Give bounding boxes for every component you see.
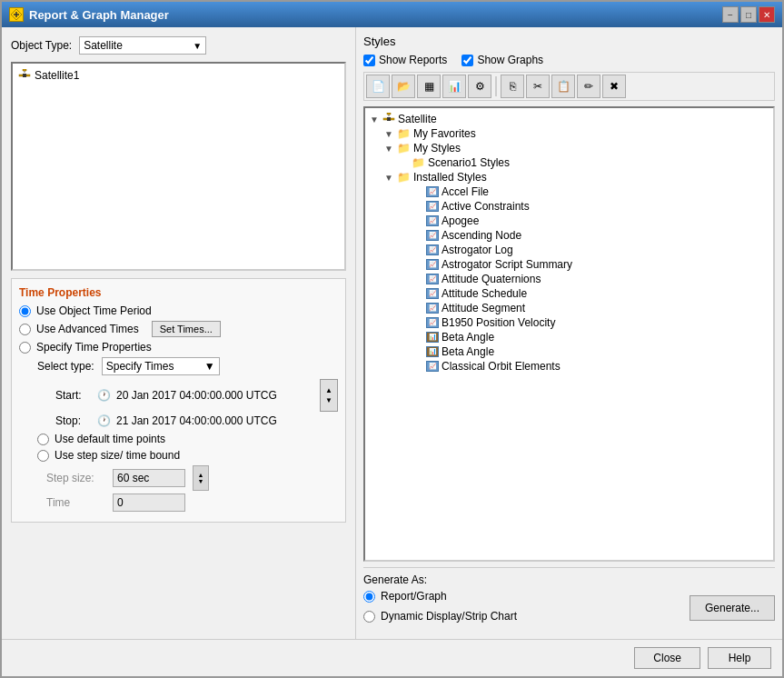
tree-item-attitude-segment[interactable]: 📈 Attitude Segment <box>369 301 769 315</box>
dynamic-display-row: Dynamic Display/Strip Chart <box>363 610 517 623</box>
use-default-time-radio[interactable] <box>37 434 49 445</box>
use-advanced-times-radio[interactable] <box>19 324 31 335</box>
root-expand-icon: ▼ <box>369 115 380 125</box>
show-reports-label: Show Reports <box>379 54 447 66</box>
maximize-button[interactable]: □ <box>740 6 757 23</box>
new-document-button[interactable]: 📄 <box>366 75 390 98</box>
show-options-row: Show Reports Show Graphs <box>363 54 775 66</box>
styles-tree[interactable]: ▼ Satellite ▼ 📁 My Favorites <box>363 106 775 562</box>
tree-item-attitude-schedule[interactable]: 📈 Attitude Schedule <box>369 286 769 301</box>
tree-item-scenario1-styles[interactable]: 📁 Scenario1 Styles <box>369 155 769 170</box>
generate-as-section: Generate As: Report/Graph Dynamic Displa… <box>363 567 775 632</box>
use-object-time-label: Use Object Time Period <box>36 304 152 317</box>
file-icon: 📈 <box>426 274 439 284</box>
tree-root-label: Satellite <box>398 113 437 125</box>
use-advanced-times-row: Use Advanced Times Set Times... <box>19 321 338 337</box>
step-size-input[interactable] <box>113 469 185 487</box>
paste-button[interactable]: 📋 <box>551 75 575 98</box>
use-advanced-times-label: Use Advanced Times <box>36 323 139 335</box>
report-graph-radio[interactable] <box>363 591 375 603</box>
tree-item-attitude-quaternions[interactable]: 📈 Attitude Quaternions <box>369 272 769 286</box>
tree-label: Classical Orbit Elements <box>442 360 561 373</box>
satellite-list[interactable]: Satellite1 <box>11 62 346 271</box>
tree-label: Attitude Quaternions <box>442 273 541 285</box>
specify-time-properties-radio[interactable] <box>19 342 31 354</box>
set-times-button[interactable]: Set Times... <box>152 321 221 337</box>
file-icon: 📈 <box>426 259 439 270</box>
show-reports-checkbox[interactable] <box>363 55 375 66</box>
show-reports-check-row: Show Reports <box>363 54 447 66</box>
close-button[interactable]: Close <box>634 647 700 669</box>
svg-rect-4 <box>19 75 23 76</box>
start-label: Start: <box>55 389 92 402</box>
object-type-dropdown[interactable]: Satellite ▼ <box>79 36 206 55</box>
time-input[interactable] <box>113 494 185 512</box>
generate-button[interactable]: Generate... <box>690 595 775 621</box>
tree-label: My Styles <box>413 142 461 155</box>
use-object-time-radio[interactable] <box>19 305 31 317</box>
minimize-button[interactable]: − <box>722 6 739 23</box>
dropdown-arrow2-icon: ▼ <box>204 360 215 373</box>
use-step-size-row: Use step size/ time bound <box>37 449 338 462</box>
tree-label: Installed Styles <box>413 171 487 184</box>
satellite-icon <box>18 69 31 82</box>
cut-button[interactable]: ✂ <box>526 75 550 98</box>
svg-rect-3 <box>23 74 26 77</box>
tree-item-active-constraints[interactable]: 📈 Active Constraints <box>369 199 769 214</box>
help-button[interactable]: Help <box>708 647 771 669</box>
tree-item-b1950-position-velocity[interactable]: 📈 B1950 Position Velocity <box>369 315 769 330</box>
time-points-section: Use default time points Use step size/ t… <box>19 433 338 512</box>
expand-icon: ▼ <box>383 129 394 139</box>
grid-view-button[interactable]: ▦ <box>417 75 441 98</box>
select-type-row: Select type: Specify Times ▼ <box>37 357 338 375</box>
chart-button[interactable]: 📊 <box>442 75 466 98</box>
tree-item-beta-angle-2[interactable]: 📊 Beta Angle <box>369 344 769 359</box>
tree-label: Attitude Segment <box>442 302 525 314</box>
use-step-size-radio[interactable] <box>37 450 49 462</box>
spin-down-icon: ▼ <box>325 396 332 404</box>
dynamic-display-radio[interactable] <box>363 611 375 623</box>
satellite-list-item[interactable]: Satellite1 <box>16 67 341 84</box>
tree-root[interactable]: ▼ Satellite <box>369 112 769 126</box>
time-properties-section: Time Properties Use Object Time Period U… <box>11 278 346 523</box>
svg-marker-12 <box>387 113 391 115</box>
title-bar-left: Report & Graph Manager <box>9 7 169 22</box>
stop-label: Stop: <box>55 414 92 427</box>
tree-label: Attitude Schedule <box>442 287 527 300</box>
copy-button[interactable]: ⎘ <box>501 75 524 98</box>
tree-item-apogee[interactable]: 📈 Apogee <box>369 214 769 228</box>
report-graph-label: Report/Graph <box>381 590 447 603</box>
select-type-label: Select type: <box>37 360 94 373</box>
stop-time-value: 21 Jan 2017 04:00:00.000 UTCG <box>116 414 338 427</box>
settings-button[interactable]: ⚙ <box>468 75 491 98</box>
tree-item-accel-file[interactable]: 📈 Accel File <box>369 184 769 199</box>
stop-clock-icon: 🕐 <box>97 414 111 427</box>
title-controls: − □ ✕ <box>722 6 775 23</box>
tree-item-astrogator-script-summary[interactable]: 📈 Astrogator Script Summary <box>369 257 769 272</box>
tree-item-my-favorites[interactable]: ▼ 📁 My Favorites <box>369 126 769 141</box>
tree-item-classical-orbit-elements[interactable]: 📈 Classical Orbit Elements <box>369 359 769 374</box>
tree-label: Astrogator Log <box>442 244 513 256</box>
tree-item-ascending-node[interactable]: 📈 Ascending Node <box>369 228 769 243</box>
start-spin-button[interactable]: ▲ ▼ <box>320 379 338 412</box>
tree-label: B1950 Position Velocity <box>442 316 555 329</box>
step-spin-button[interactable]: ▲ ▼ <box>193 465 209 491</box>
expand-icon: ▼ <box>383 144 394 154</box>
delete-button[interactable]: ✖ <box>602 75 626 98</box>
tree-item-my-styles[interactable]: ▼ 📁 My Styles <box>369 141 769 155</box>
tree-item-beta-angle-1[interactable]: 📊 Beta Angle <box>369 330 769 344</box>
dynamic-display-label: Dynamic Display/Strip Chart <box>381 610 517 623</box>
show-graphs-checkbox[interactable] <box>461 55 473 66</box>
tree-item-astrogator-log[interactable]: 📈 Astrogator Log <box>369 243 769 257</box>
open-folder-button[interactable]: 📂 <box>392 75 415 98</box>
tree-label: Active Constraints <box>442 200 530 213</box>
tree-label: Scenario1 Styles <box>428 156 510 169</box>
step-size-label: Step size: <box>46 472 105 484</box>
tree-item-installed-styles[interactable]: ▼ 📁 Installed Styles <box>369 170 769 184</box>
file-icon: 📈 <box>426 215 439 226</box>
tree-label: Beta Angle <box>442 345 494 358</box>
select-type-dropdown[interactable]: Specify Times ▼ <box>102 357 220 375</box>
close-window-button[interactable]: ✕ <box>759 6 775 23</box>
object-type-row: Object Type: Satellite ▼ <box>11 36 346 55</box>
rename-button[interactable]: ✏ <box>577 75 600 98</box>
